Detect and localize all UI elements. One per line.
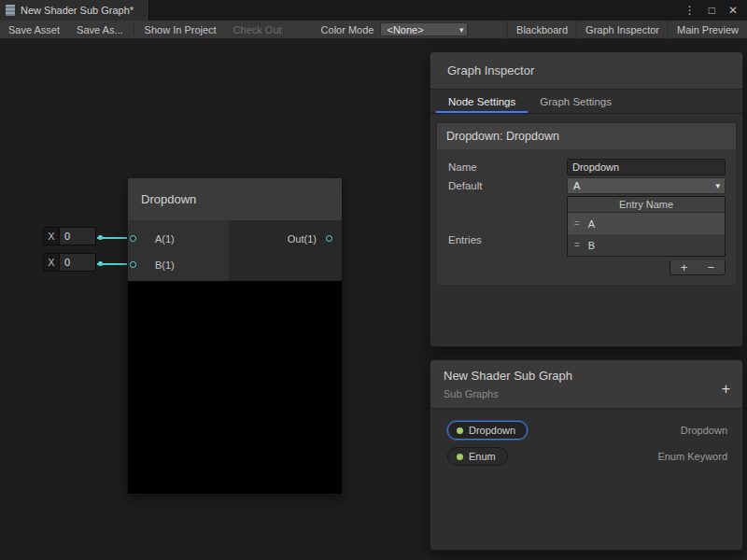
color-mode-dropdown[interactable]: <None> ▾ (380, 22, 468, 36)
drag-handle-icon[interactable]: = (574, 240, 580, 250)
shader-graph-icon (6, 5, 15, 16)
blackboard-panel: New Shader Sub Graph Sub Graphs + Dropdo… (430, 359, 743, 551)
port-input-a[interactable]: X (43, 227, 96, 245)
graph-inspector-panel: Graph Inspector Node Settings Graph Sett… (430, 51, 743, 347)
entry-name: B (588, 240, 595, 251)
save-as-button[interactable]: Save As... (68, 21, 132, 39)
default-dropdown[interactable]: A ▾ (567, 177, 726, 194)
axis-label-x: X (44, 228, 59, 245)
port-out-label: Out(1) (288, 233, 317, 245)
property-type: Dropdown (681, 425, 727, 436)
property-label: Dropdown (469, 425, 515, 436)
port-out-icon[interactable] (326, 235, 332, 242)
toolbar: Save Asset Save As... Show In Project Ch… (0, 21, 747, 39)
drag-handle-icon[interactable]: = (574, 218, 580, 229)
window-controls: ⋮ □ ✕ (684, 0, 747, 21)
port-value-a-input[interactable] (59, 228, 95, 245)
port-a-label: A(1) (155, 233, 175, 245)
port-b-icon[interactable] (130, 261, 136, 268)
blackboard-header: New Shader Sub Graph Sub Graphs + (430, 360, 742, 409)
tab-graph-settings[interactable]: Graph Settings (528, 90, 624, 113)
property-type: Enum Keyword (657, 451, 727, 462)
color-mode-label: Color Mode (315, 24, 381, 35)
node-input-column (128, 220, 229, 281)
property-label: Enum (469, 451, 496, 462)
more-icon[interactable]: ⋮ (684, 4, 696, 17)
toolbar-separator (134, 23, 134, 35)
default-label: Default (448, 180, 482, 191)
node-port-section: A(1) B(1) Out(1) (128, 220, 342, 281)
property-dot-icon (457, 454, 463, 460)
inspector-tabs: Node Settings Graph Settings (430, 90, 742, 114)
blackboard-toggle-button[interactable]: Blackboard (507, 21, 576, 39)
property-dot-icon (457, 427, 463, 434)
blackboard-title: New Shader Sub Graph (444, 369, 572, 383)
name-label: Name (448, 161, 477, 173)
entry-row-a[interactable]: = A (568, 213, 725, 234)
show-in-project-button[interactable]: Show In Project (136, 21, 225, 39)
titlebar: New Shader Sub Graph* ⋮ □ ✕ (0, 0, 747, 21)
check-out-button: Check Out (225, 21, 290, 39)
chevron-down-icon: ▾ (715, 181, 720, 190)
chevron-down-icon: ▾ (459, 25, 464, 35)
graph-inspector-title: Graph Inspector (430, 52, 742, 90)
tab-node-settings[interactable]: Node Settings (436, 90, 528, 113)
entries-list: Entry Name = A = B (567, 196, 726, 257)
save-asset-button[interactable]: Save Asset (0, 21, 68, 39)
tab-title: New Shader Sub Graph* (21, 5, 134, 16)
blackboard-subtitle: Sub Graphs (444, 388, 499, 399)
dropdown-node[interactable]: Dropdown A(1) B(1) Out(1) (127, 177, 343, 495)
add-property-button[interactable]: + (722, 382, 730, 397)
entry-name: A (588, 218, 595, 230)
maximize-icon[interactable]: □ (709, 4, 715, 17)
blackboard-item-dropdown: Dropdown Dropdown (430, 418, 742, 442)
close-icon[interactable]: ✕ (728, 4, 738, 17)
entry-row-b[interactable]: = B (568, 234, 725, 256)
wire-a (97, 237, 131, 239)
entries-label: Entries (448, 234, 482, 245)
node-settings-section: Dropdown: Dropdown Name Default A ▾ Entr… (436, 122, 737, 286)
node-preview (128, 281, 342, 494)
entries-header: Entry Name (568, 197, 725, 213)
axis-label-x: X (44, 254, 59, 271)
dropdown-property-pill[interactable]: Dropdown (447, 421, 528, 440)
document-tab[interactable]: New Shader Sub Graph* (0, 0, 149, 21)
toolbar-right-group: Blackboard Graph Inspector Main Preview (507, 21, 747, 38)
name-field[interactable] (567, 159, 726, 175)
port-b-label: B(1) (155, 259, 175, 271)
enum-property-pill[interactable]: Enum (447, 447, 508, 466)
port-input-b[interactable]: X (43, 253, 96, 272)
blackboard-item-enum: Enum Enum Keyword (430, 444, 742, 469)
wire-b (97, 263, 131, 265)
remove-entry-button[interactable]: − (698, 261, 725, 274)
default-value: A (573, 180, 580, 191)
color-mode-value: <None> (387, 24, 423, 35)
entries-list-footer: + − (669, 260, 726, 275)
port-a-icon[interactable] (130, 235, 136, 242)
port-value-b-input[interactable] (59, 254, 95, 271)
node-title[interactable]: Dropdown (128, 178, 342, 220)
section-title: Dropdown: Dropdown (437, 123, 736, 149)
add-entry-button[interactable]: + (670, 261, 698, 274)
graph-inspector-toggle-button[interactable]: Graph Inspector (576, 21, 668, 39)
main-preview-toggle-button[interactable]: Main Preview (668, 21, 747, 39)
